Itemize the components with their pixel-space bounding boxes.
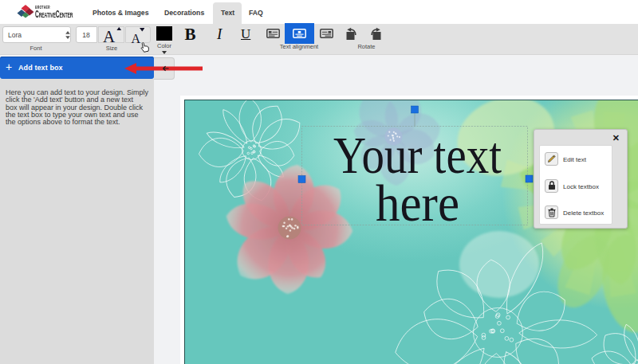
svg-text:here: here bbox=[376, 174, 459, 232]
